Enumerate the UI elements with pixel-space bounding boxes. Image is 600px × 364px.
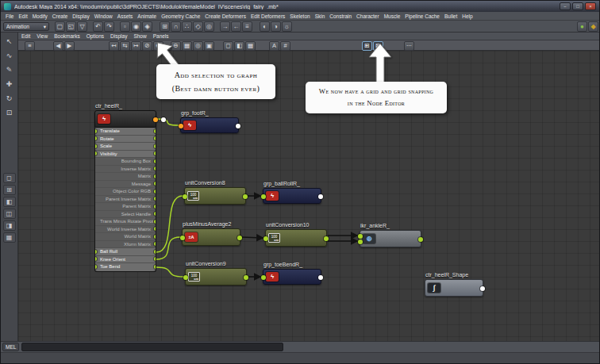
attr-row-bounding-box[interactable]: Bounding Box — [95, 158, 156, 166]
show-values-icon[interactable]: # — [280, 41, 290, 51]
right-port[interactable] — [243, 194, 248, 199]
node-body[interactable]: ⊕ — [360, 230, 421, 247]
menu-help[interactable]: Help — [460, 13, 475, 19]
toolbar-options-icon[interactable]: ⋯ — [404, 41, 414, 51]
back-icon[interactable]: ◀ — [53, 41, 63, 51]
node-body[interactable]: 100cm — [185, 268, 247, 285]
left-port[interactable] — [95, 257, 97, 261]
node-body[interactable]: ϟ — [180, 117, 239, 133]
node-ctr-heelr[interactable]: ctr_heelR_ϟTranslateRotateScaleVisibilit… — [94, 110, 156, 272]
menu-muscle[interactable]: Muscle — [382, 13, 403, 19]
left-port[interactable] — [183, 275, 188, 280]
left-port[interactable] — [95, 136, 97, 140]
layout-persp-outliner-icon[interactable]: ◧ — [3, 197, 16, 207]
node-body[interactable]: ±A — [182, 228, 240, 246]
rotate-tool-icon[interactable]: ↻ — [3, 92, 16, 105]
maximize-button[interactable]: □ — [572, 2, 583, 10]
right-port[interactable] — [154, 136, 156, 140]
attr-row-rotate[interactable]: Rotate — [95, 136, 156, 144]
node-unitconversion8[interactable]: unitConversion8100cm — [184, 187, 246, 205]
attr-row-select-handle[interactable]: Select Handle — [95, 211, 156, 219]
snap-to-curve-icon[interactable]: ∩ — [171, 21, 181, 32]
scene-assembly-icon[interactable]: ◆ — [588, 21, 598, 32]
left-port[interactable] — [261, 194, 266, 199]
menu-geometry-cache[interactable]: Geometry Cache — [159, 13, 202, 19]
attr-row-message[interactable]: Message — [95, 181, 156, 189]
ne-menu-edit[interactable]: Edit — [21, 33, 30, 39]
mel-toggle-button[interactable]: MEL — [2, 343, 19, 351]
right-port[interactable] — [237, 236, 242, 240]
redo-icon[interactable]: ↷ — [104, 21, 114, 32]
right-port[interactable] — [154, 159, 156, 163]
graph-output-connections-icon[interactable]: ↦ — [131, 41, 141, 51]
attr-row-parent-inverse-matrix[interactable]: Parent Inverse Matrix — [95, 196, 156, 204]
right-port[interactable] — [154, 151, 156, 155]
layout-single-pane-icon[interactable]: ◻ — [3, 173, 16, 183]
select-mode-object-icon[interactable]: ◉ — [131, 21, 141, 32]
left-port[interactable] — [95, 144, 97, 148]
pin-selected-icon[interactable]: ◎ — [193, 41, 203, 51]
right-port[interactable] — [154, 212, 156, 216]
attr-row-translate[interactable]: Translate — [95, 128, 156, 136]
layout-hypershade-icon[interactable]: ▦ — [3, 232, 16, 243]
layout-four-pane-icon[interactable]: ⊞ — [3, 185, 16, 195]
scale-tool-icon[interactable]: ⊡ — [3, 106, 16, 119]
menu-constrain[interactable]: Constrain — [327, 13, 354, 19]
sidebar-toggle-icon[interactable]: ≡ — [25, 41, 35, 51]
left-port[interactable] — [95, 129, 97, 133]
menu-edit[interactable]: Edit — [16, 13, 29, 19]
attr-row-parent-matrix[interactable]: Parent Matrix — [95, 203, 156, 211]
menu-modify[interactable]: Modify — [30, 13, 50, 19]
right-port[interactable] — [244, 275, 248, 280]
node-display-simple-icon[interactable]: ◻ — [223, 41, 233, 51]
right-port[interactable] — [324, 236, 329, 241]
save-scene-icon[interactable]: ▽ — [77, 21, 87, 32]
attr-row-world-matrix[interactable]: World Matrix — [95, 233, 156, 241]
left-port[interactable] — [179, 124, 183, 128]
attr-row-ball-roll[interactable]: Ball Roll — [95, 248, 156, 256]
paint-select-tool-icon[interactable]: ✎ — [3, 63, 16, 76]
snap-to-grid-icon[interactable]: ⊞ — [160, 21, 170, 32]
right-port[interactable] — [154, 220, 156, 224]
menu-assets[interactable]: Assets — [115, 13, 136, 19]
attr-row-toe-bend[interactable]: Toe Bend — [95, 263, 156, 271]
ne-menu-view[interactable]: View — [37, 33, 48, 39]
node-header[interactable]: ϟ — [94, 110, 156, 128]
attr-row-xform-matrix[interactable]: Xform Matrix — [95, 241, 156, 249]
menu-pipeline-cache[interactable]: Pipeline Cache — [402, 13, 442, 19]
left-port[interactable] — [95, 250, 97, 254]
ipr-render-icon[interactable]: ◑ — [271, 21, 281, 32]
node-body[interactable]: 100cm — [265, 229, 327, 247]
menu-skin[interactable]: Skin — [313, 13, 328, 19]
left-port[interactable] — [358, 239, 363, 244]
attr-row-world-inverse-matrix[interactable]: World Inverse Matrix — [95, 226, 156, 234]
command-line-input[interactable] — [21, 343, 283, 351]
left-port[interactable] — [261, 275, 266, 280]
attr-row-inverse-matrix[interactable]: Inverse Matrix — [95, 166, 156, 174]
node-body[interactable]: ϟ — [263, 269, 321, 285]
right-port[interactable] — [318, 275, 323, 280]
node-body[interactable]: 100cm — [184, 187, 246, 205]
menu-window[interactable]: Window — [92, 13, 115, 19]
node-grp-toebendr[interactable]: grp_toeBendR_ϟ — [263, 269, 321, 285]
node-display-connected-icon[interactable]: ◧ — [234, 41, 244, 51]
render-settings-icon[interactable]: ☼ — [282, 21, 292, 32]
node-grp-footr[interactable]: grp_footR_ϟ — [180, 117, 239, 133]
right-port[interactable] — [154, 242, 156, 246]
right-port[interactable] — [154, 257, 156, 261]
move-tool-icon[interactable]: ✚ — [3, 78, 16, 90]
construction-history-icon[interactable]: ≡ — [242, 21, 252, 32]
close-button[interactable]: × — [585, 2, 596, 10]
left-port[interactable] — [180, 236, 185, 240]
attr-row-matrix[interactable]: Matrix — [95, 173, 156, 181]
viewport-renderer-icon[interactable]: ● — [577, 21, 587, 32]
select-mode-component-icon[interactable]: ◈ — [142, 21, 152, 32]
right-port[interactable] — [154, 182, 156, 186]
menu-edit-deformers[interactable]: Edit Deformers — [248, 13, 287, 19]
right-port[interactable] — [154, 235, 156, 239]
menu-character[interactable]: Character — [354, 13, 382, 19]
connection-wire[interactable] — [156, 119, 179, 125]
right-port[interactable] — [154, 205, 156, 209]
title-bar[interactable]: Autodesk Maya 2014 x64: \\modumix\public… — [1, 1, 599, 12]
render-current-frame-icon[interactable]: ◐ — [260, 21, 270, 32]
